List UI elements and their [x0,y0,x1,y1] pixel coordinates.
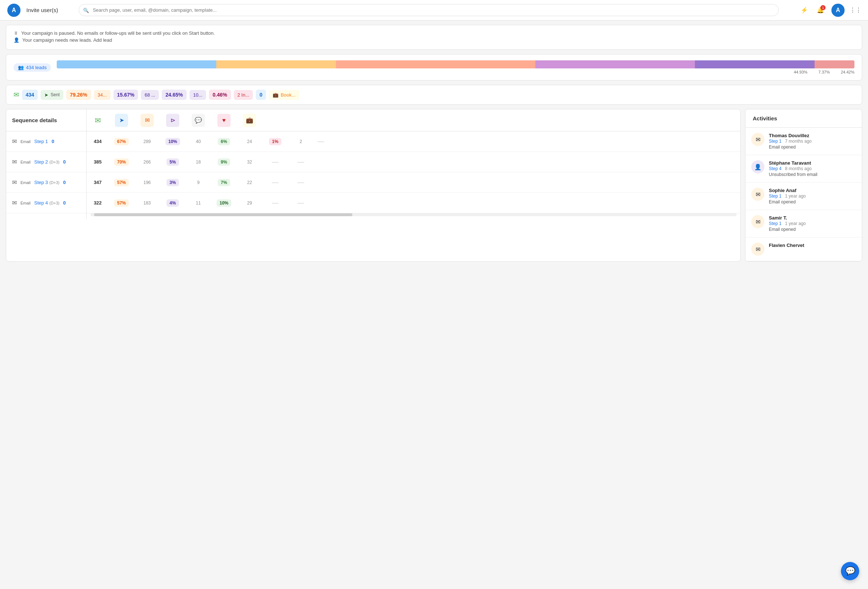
r3-reply-pct: 7% [211,180,237,185]
stat-val1[interactable]: 34... [94,90,111,100]
data-row-3: 347 57% 196 3% 9 7% 22 — — [87,172,740,193]
act-name-3: Sophie Anaf [769,187,856,193]
stat-val4[interactable]: 2 In... [234,90,253,100]
lightning-icon[interactable]: ⚡ [799,5,809,15]
scrollbar-track[interactable] [90,213,737,216]
email-icon-step2: ✉ [12,158,17,165]
email-label-4: Email [21,201,31,205]
step-row-4: ✉ Email Step 4 (D+3) 0 [6,193,86,213]
bell-icon[interactable]: 🔔 1 [815,5,825,15]
r4-bounce-num: — [288,199,314,207]
data-row-4: 322 57% 183 4% 11 10% 29 — — [87,193,740,213]
header-title: Invite user(s) [27,7,58,13]
r1-bounce-pct: 1% [262,139,288,144]
col-open-btn[interactable]: ✉ [140,114,154,127]
r1-click-pct: 10% [160,139,186,144]
act-avatar-5: ✉ [751,242,765,256]
leads-section: 👥 434 leads = Opened / Sent Click to sho… [6,54,862,80]
step1-badge: 0 [52,139,54,144]
leads-count[interactable]: 👥 434 leads [13,63,51,72]
r4-sent: 322 [87,200,109,205]
act-content-1: Thomas Douvillez Step 1 7 months ago Ema… [769,133,856,150]
col-brief-btn[interactable]: 💼 [243,114,256,127]
step1-link[interactable]: Step 1 [34,139,48,144]
stat-sent[interactable]: ➤ Sent [41,90,63,100]
bar-orange[interactable]: = Opened / Sent Click to show related ac… [216,61,336,68]
col-send-icon: ➤ [109,114,134,127]
seq-left: Sequence details ✉ Email Step 1 0 ✉ Emai… [6,109,87,219]
stat-val6[interactable]: 💼 Book... [269,90,299,100]
act-step-3[interactable]: Step 1 [769,193,782,199]
bar-blue [57,61,216,68]
pause-icon: ⏸ [13,30,18,36]
act-name-1: Thomas Douvillez [769,133,856,138]
act-step-4[interactable]: Step 1 [769,221,782,226]
col-reply-btn[interactable]: 💬 [192,114,205,127]
col-reply-icon: 💬 [186,114,211,127]
stat-val3[interactable]: 10... [190,90,206,100]
act-avatar-4: ✉ [751,215,765,228]
r2-click-pct: 5% [160,159,186,165]
act-desc-2: Unsubscribed from email [769,172,856,177]
search-container: 🔍 [79,4,779,16]
email-icon-step3: ✉ [12,179,17,186]
step4-link[interactable]: Step 4 (D+3) [34,200,60,205]
r2-sent: 385 [87,159,109,165]
stat-count[interactable]: 434 [22,90,38,100]
col-heart-btn[interactable]: ♥ [217,114,230,127]
act-time-4: 1 year ago [785,221,806,226]
stats-bar: ✉ 434 ➤ Sent 79.26% 34... 15.67% 68 ... … [6,85,862,105]
search-input[interactable] [79,4,779,16]
add-user-icon: 👤 [13,37,19,43]
act-name-2: Stéphane Taravant [769,160,856,166]
act-step-2[interactable]: Step 4 [769,166,782,171]
email-icon-step4: ✉ [12,199,17,206]
activity-item-4: ✉ Samir T. Step 1 1 year ago Email opene… [745,210,862,238]
grid-icon[interactable]: ⋮⋮ [850,5,861,15]
col-send-btn[interactable]: ➤ [115,114,128,127]
r1-reply-pct: 6% [211,139,237,144]
step3-badge: 0 [63,180,66,185]
scrollbar-thumb[interactable] [94,213,353,216]
act-content-2: Stéphane Taravant Step 4 8 months ago Un… [769,160,856,177]
data-row-1: 434 67% 289 10% 40 6% 24 1% 2 — [87,131,740,152]
act-desc-1: Email opened [769,145,856,150]
r1-open-pct: 67% [109,139,134,144]
email-label-2: Email [21,160,31,164]
act-time-1: 7 months ago [785,139,812,144]
act-avatar-3: ✉ [751,187,765,201]
seq-title: Sequence details [6,109,86,131]
col-click-btn[interactable]: ⊳ [166,114,179,127]
bar-peach [336,61,535,68]
r2-reply-pct: 9% [211,159,237,165]
act-avatar-2: 👤 [751,160,765,173]
stat-val5[interactable]: 0 [256,90,266,100]
step3-link[interactable]: Step 3 (D+3) [34,180,60,185]
search-icon: 🔍 [83,7,89,13]
act-name-4: Samir T. [769,215,856,221]
col-click-icon: ⊳ [160,114,186,127]
step2-link[interactable]: Step 2 (D+3) [34,159,60,165]
step4-badge: 0 [63,200,66,205]
stat-pct3[interactable]: 24.65% [162,90,186,100]
stat-pct1[interactable]: 79.26% [66,90,91,100]
act-time-2: 8 months ago [785,166,812,171]
email-label-1: Email [21,139,31,144]
act-step-1[interactable]: Step 1 [769,139,782,144]
r2-open-num: 266 [134,159,160,165]
col-email-icon: ✉ [87,116,109,125]
r4-reply-pct: 10% [211,200,237,205]
activity-item-1: ✉ Thomas Douvillez Step 1 7 months ago E… [745,128,862,155]
stats-email-icon: ✉ [13,91,19,99]
avatar-left[interactable]: A [7,4,21,17]
activity-item-5: ✉ Flavien Chervet [745,238,862,261]
r2-open-pct: 70% [109,159,134,165]
avatar-right[interactable]: A [831,4,844,17]
r3-reply-num: 22 [237,180,262,185]
stat-pct2[interactable]: 15.67% [114,90,138,100]
r3-bounce-num: — [288,179,314,186]
stat-val2[interactable]: 68 ... [141,90,159,100]
r1-open-num: 289 [134,139,160,144]
stat-pct4[interactable]: 0.46% [209,90,231,100]
r2-bounce-pct: — [262,158,288,166]
